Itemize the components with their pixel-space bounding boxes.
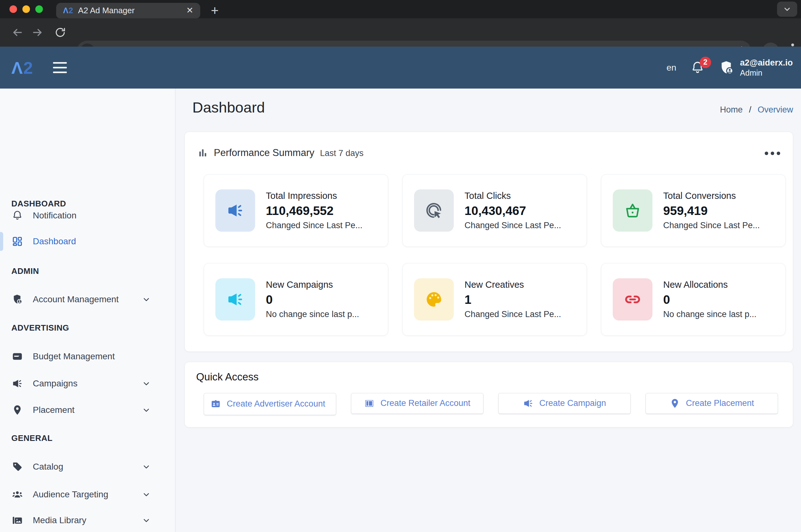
sidebar-item-notification[interactable]: Notification — [0, 206, 175, 225]
stat-value: 10,430,467 — [465, 204, 561, 218]
sidebar-item-audience-targeting[interactable]: Audience Targeting — [0, 485, 175, 504]
hamburger-menu-icon[interactable] — [53, 62, 67, 73]
sidebar-item-label: Placement — [33, 405, 74, 415]
sidebar-item-campaigns[interactable]: Campaigns — [0, 374, 175, 393]
sidebar-item-account-management[interactable]: Account Management — [0, 290, 175, 309]
back-icon[interactable] — [11, 26, 23, 38]
app-logo[interactable]: Λ2 — [11, 58, 33, 78]
megaphone-icon — [216, 189, 255, 232]
stat-card-total-clicks: Total Clicks 10,430,467 Changed Since La… — [403, 174, 587, 247]
forward-icon[interactable] — [32, 26, 43, 38]
sidebar-item-label: Dashboard — [33, 236, 76, 246]
stat-title: New Creatives — [465, 280, 561, 290]
stat-title: Total Impressions — [266, 191, 362, 201]
bar-chart-icon — [198, 148, 208, 158]
sidebar-item-label: Campaigns — [33, 379, 78, 388]
window-split-icon — [364, 398, 375, 409]
stat-title: Total Conversions — [663, 191, 760, 201]
breadcrumb-home-link[interactable]: Home — [720, 105, 743, 115]
palette-icon — [414, 278, 454, 321]
megaphone-icon — [216, 278, 255, 321]
browser-tab[interactable]: Λ2 A2 Ad Manager ✕ — [56, 3, 200, 18]
sidebar-item-media-library[interactable]: Media Library — [0, 511, 175, 530]
stat-title: New Campaigns — [266, 280, 359, 290]
button-label: Create Campaign — [539, 398, 606, 408]
button-label: Create Advertiser Account — [227, 399, 325, 409]
create-advertiser-account-button[interactable]: Create Advertiser Account — [204, 393, 336, 415]
stat-card-total-impressions: Total Impressions 110,469,552 Changed Si… — [204, 174, 388, 247]
maximize-window-button[interactable] — [35, 5, 43, 13]
language-selector[interactable]: en — [666, 63, 676, 73]
stat-card-total-conversions: Total Conversions 959,419 Changed Since … — [601, 174, 785, 247]
screen: Λ2 A2 Ad Manager ✕ + localhost:8080/dash… — [0, 0, 801, 532]
sidebar-item-label: Media Library — [33, 515, 87, 525]
browser-tabstrip: Λ2 A2 Ad Manager ✕ + — [0, 0, 801, 18]
sidebar-section-advertising: ADVERTISING — [11, 323, 69, 333]
breadcrumb: Home / Overview — [720, 105, 793, 115]
close-window-button[interactable] — [10, 5, 17, 13]
card-menu-icon[interactable] — [765, 152, 780, 155]
sidebar-item-label: Audience Targeting — [33, 490, 108, 499]
sidebar-item-label: Account Management — [33, 294, 118, 304]
stat-value: 110,469,552 — [266, 204, 362, 218]
chevron-down-icon — [142, 379, 151, 388]
stat-value: 1 — [465, 293, 561, 307]
tab-favicon: Λ2 — [63, 6, 73, 15]
create-retailer-account-button[interactable]: Create Retailer Account — [351, 393, 483, 414]
notification-count-badge: 2 — [700, 57, 711, 68]
stat-subtitle: No change since last p... — [266, 309, 359, 319]
stat-value: 0 — [663, 293, 757, 307]
stat-value: 959,419 — [663, 204, 760, 218]
quick-access-title: Quick Access — [196, 371, 259, 383]
tag-icon — [11, 461, 23, 473]
chevron-down-icon — [142, 295, 151, 304]
create-placement-button[interactable]: Create Placement — [646, 393, 778, 414]
new-tab-button[interactable]: + — [207, 3, 223, 18]
stat-subtitle: Changed Since Last Pe... — [266, 221, 362, 230]
notifications-button[interactable]: 2 — [690, 60, 705, 75]
id-card-icon — [210, 399, 221, 410]
reload-icon[interactable] — [54, 26, 66, 38]
chevron-down-icon — [142, 516, 151, 525]
breadcrumb-separator: / — [749, 105, 751, 115]
map-pin-icon — [670, 398, 680, 409]
button-label: Create Placement — [686, 398, 754, 408]
map-pin-icon — [11, 404, 23, 416]
window-controls — [10, 5, 43, 13]
media-icon — [11, 514, 23, 526]
create-campaign-button[interactable]: Create Campaign — [498, 393, 631, 414]
stat-card-new-allocations: New Allocations 0 No change since last p… — [601, 263, 785, 336]
stat-title: Total Clicks — [465, 191, 561, 201]
performance-summary-title: Performance Summary — [214, 147, 314, 158]
megaphone-icon — [11, 378, 23, 390]
browser-toolbar: localhost:8080/dashboard — [0, 18, 801, 46]
sidebar-item-placement[interactable]: Placement — [0, 401, 175, 419]
shield-user-icon — [719, 60, 734, 76]
tab-title: A2 Ad Manager — [78, 6, 182, 16]
users-icon — [11, 489, 23, 500]
performance-summary-range: Last 7 days — [320, 149, 364, 158]
stat-value: 0 — [266, 293, 359, 307]
basket-icon — [613, 189, 652, 232]
main-content: Dashboard Home / Overview Performance Su… — [176, 89, 801, 532]
stat-card-new-campaigns: New Campaigns 0 No change since last p..… — [204, 263, 388, 336]
tab-search-button[interactable] — [777, 2, 797, 17]
sidebar-item-catalog[interactable]: Catalog — [0, 457, 175, 476]
chevron-down-icon — [142, 462, 151, 471]
sidebar-item-budget-management[interactable]: Budget Management — [0, 347, 175, 366]
minimize-window-button[interactable] — [22, 5, 30, 13]
layout-grid-icon — [11, 235, 23, 247]
page-title: Dashboard — [192, 99, 265, 116]
sidebar-item-dashboard[interactable]: Dashboard — [0, 232, 175, 251]
breadcrumb-current-link[interactable]: Overview — [758, 105, 793, 115]
link-icon — [613, 278, 652, 321]
stat-subtitle: Changed Since Last Pe... — [465, 309, 561, 319]
user-menu[interactable]: a2@aiderx.io Admin — [719, 58, 795, 78]
stat-title: New Allocations — [663, 280, 757, 290]
stat-subtitle: Changed Since Last Pe... — [465, 221, 561, 230]
quick-access-card: Quick Access Create Advertiser Account C… — [185, 362, 793, 428]
user-email: a2@aiderx.io — [740, 58, 793, 68]
button-label: Create Retailer Account — [380, 398, 470, 408]
close-tab-icon[interactable]: ✕ — [186, 6, 193, 15]
stat-subtitle: No change since last p... — [663, 309, 757, 319]
